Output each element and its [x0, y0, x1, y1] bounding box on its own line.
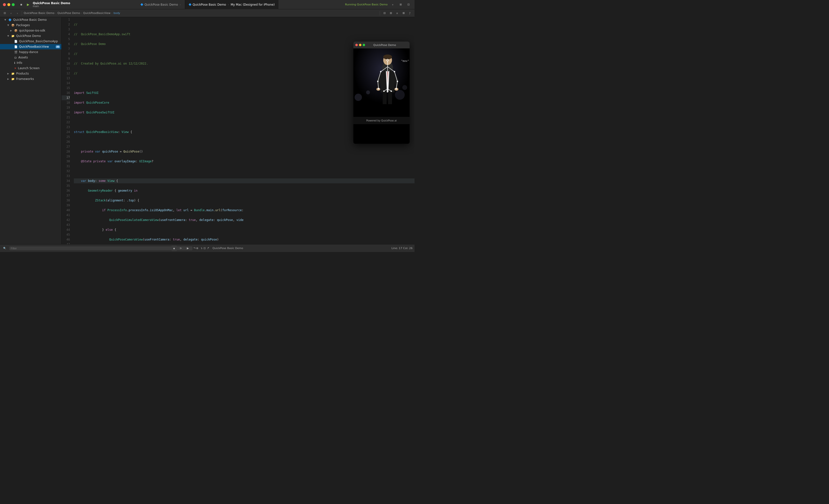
bottom-step-out-btn[interactable]: ↱ — [206, 246, 211, 251]
breadcrumb-item-1[interactable]: QuickPose Basic Demo — [24, 11, 54, 15]
title-bar: ■ ▶ QuickPose Basic Demo main 🔷 QuickPos… — [0, 0, 414, 9]
share-btn[interactable]: ⤴ — [407, 10, 412, 16]
tab-label-1: QuickPose Basic Demo — [145, 3, 178, 6]
code-line: // — [74, 22, 414, 27]
sidebar-item-packages[interactable]: ▼ 📦 Packages — [0, 23, 61, 28]
code-line: if ProcessInfo.processInfo.isiOSAppOnMac… — [74, 208, 414, 212]
preview-maximize-btn[interactable] — [363, 44, 365, 46]
assets-icon: 🗂 — [14, 56, 17, 59]
filter-icon[interactable]: 🔍 — [2, 246, 7, 251]
sidebar-item-basicview[interactable]: ▶ 📄 QuickPoseBasicView M — [0, 44, 61, 49]
bottom-continue-btn[interactable]: ▶ — [185, 246, 190, 251]
view-label: QuickPoseBasicView — [19, 45, 49, 48]
diff-btn[interactable]: ⊠ — [401, 10, 406, 16]
add-tab-btn[interactable]: + — [390, 2, 395, 7]
svg-point-28 — [395, 88, 397, 89]
code-line: } else { — [74, 227, 414, 232]
close-button[interactable] — [3, 3, 6, 6]
tab-quickpose-demo[interactable]: 🔷 QuickPose Basic Demo › My Mac (Designe… — [185, 0, 278, 9]
bottom-step-over-btn[interactable]: ↷ — [192, 246, 197, 251]
svg-point-7 — [383, 54, 392, 60]
breadcrumb-item-3[interactable]: QuickPoseBasicView — [83, 11, 111, 15]
toolbar-divider-2 — [380, 11, 380, 15]
preview-titlebar: QuickPose Demo — [353, 42, 409, 48]
sidebar: ▼ 🔷 QuickPose Basic Demo ▼ 📦 Packages ▶ … — [0, 17, 62, 244]
back-btn[interactable]: ‹ — [8, 10, 14, 16]
editor-layout-btn[interactable]: ⊟ — [382, 10, 387, 16]
frameworks-arrow: ▶ — [7, 78, 10, 80]
sidebar-item-happy-dance[interactable]: ▶ 🎬 happy-dance — [0, 49, 61, 55]
packages-icon: 📦 — [11, 24, 15, 27]
launch-icon: ✕ — [14, 67, 16, 70]
products-label: Products — [16, 72, 29, 75]
svg-point-31 — [391, 90, 392, 92]
project-icon: 🔷 — [8, 18, 12, 22]
bottom-bar: 🔍 ⊕ ⊡ ■ ⊳ ▶ ↷ ↴ ↱ QuickPose Basic Demo L… — [0, 244, 414, 252]
sidebar-item-assets[interactable]: ▶ 🗂 Assets — [0, 55, 61, 60]
sidebar-item-products[interactable]: ▶ 📁 Products — [0, 71, 61, 76]
preview-window: QuickPose Demo — [353, 42, 409, 144]
demo-arrow: ▼ — [7, 35, 10, 37]
svg-point-27 — [378, 88, 379, 89]
code-line: GeometryReader { geometry in — [74, 188, 414, 193]
dance-icon: 🎬 — [14, 50, 17, 54]
traffic-lights — [0, 3, 15, 6]
code-line: QuickPoseCameraView(useFrontCamera: true… — [74, 237, 414, 242]
code-line — [74, 169, 414, 173]
run-status: Running QuickPose Basic Demo — [345, 3, 388, 6]
code-line: ZStack(alignment: .top) { — [74, 198, 414, 203]
packages-arrow: ▼ — [7, 24, 10, 27]
preview-footer: Powered by QuickPose.ai — [353, 117, 409, 124]
preview-close-btn[interactable] — [355, 44, 358, 46]
stop-btn[interactable]: ■ — [19, 2, 24, 7]
line-col-indicator: Line: 17 Col: 26 — [392, 247, 412, 250]
info-icon: ℹ — [14, 61, 15, 65]
breadcrumb-item-2[interactable]: QuickPose Demo — [58, 11, 80, 15]
svg-point-23 — [380, 71, 382, 72]
breadcrumb-sep-1: › — [55, 11, 56, 15]
preview-footer-text: Powered by QuickPose.ai — [366, 119, 397, 122]
svg-point-29 — [387, 88, 388, 89]
products-icon: 📁 — [11, 72, 15, 75]
fullscreen-btn[interactable]: ⊡ — [406, 2, 411, 7]
svg-point-24 — [394, 71, 395, 72]
forward-btn[interactable]: › — [15, 10, 20, 16]
code-line: QuickPoseSimulatedCameraView(useFrontCam… — [74, 218, 414, 223]
grid-btn[interactable]: ⊞ — [388, 10, 393, 16]
sdk-arrow: ▶ — [10, 29, 13, 32]
sidebar-item-quickpose-demo[interactable]: ▼ 📁 QuickPose Demo — [0, 33, 61, 39]
minimize-button[interactable] — [7, 3, 10, 6]
demo-folder-label: QuickPose Demo — [16, 34, 41, 38]
sidebar-item-info[interactable]: ▶ ℹ Info — [0, 60, 61, 66]
project-branch: main — [33, 5, 39, 8]
sidebar-item-basicdemoapp[interactable]: ▶ 📄 QuickPose_BasicDemoApp — [0, 39, 61, 44]
app-label-bottom: QuickPose Basic Demo — [213, 247, 243, 250]
sidebar-item-sdk[interactable]: ▶ 📦 quickpose-ios-sdk — [0, 28, 61, 33]
code-line: private var quickPose = QuickPose() — [74, 149, 414, 154]
tab-icon-2: 🔷 — [188, 3, 191, 6]
tab-quickpose-basic[interactable]: 🔷 QuickPose Basic Demo › — [137, 0, 185, 9]
person-preview: "mov") { — [353, 48, 409, 117]
maximize-button[interactable] — [12, 3, 15, 6]
bottom-stop-btn[interactable]: ■ — [172, 246, 177, 251]
info-label: Info — [16, 61, 22, 65]
breadcrumb-sep-2: › — [81, 11, 82, 15]
bottom-step-btn[interactable]: ⊳ — [178, 246, 184, 251]
products-arrow: ▶ — [7, 72, 10, 75]
list-btn[interactable]: ≡ — [394, 10, 400, 16]
svg-rect-10 — [383, 92, 387, 104]
preview-title: QuickPose Demo — [367, 43, 403, 47]
filter-input[interactable] — [9, 246, 192, 250]
breadcrumb-item-4[interactable]: body — [113, 11, 120, 15]
layout-btn[interactable]: ⊞ — [398, 2, 403, 7]
bottom-step-in-btn[interactable]: ↴ — [199, 246, 204, 251]
sidebar-item-launch-screen[interactable]: ▶ ✕ Launch Screen — [0, 66, 61, 71]
sidebar-item-frameworks[interactable]: ▶ 📁 Frameworks — [0, 76, 61, 82]
sidebar-item-project[interactable]: ▼ 🔷 QuickPose Basic Demo — [0, 17, 61, 23]
tab-sep-1: › — [180, 3, 181, 6]
sidebar-toggle-btn[interactable]: ⊟ — [2, 10, 7, 16]
run-btn[interactable]: ▶ — [26, 2, 31, 7]
breadcrumb-sep-3: › — [111, 11, 112, 15]
expand-icon: ▼ — [4, 18, 7, 21]
preview-minimize-btn[interactable] — [359, 44, 361, 46]
